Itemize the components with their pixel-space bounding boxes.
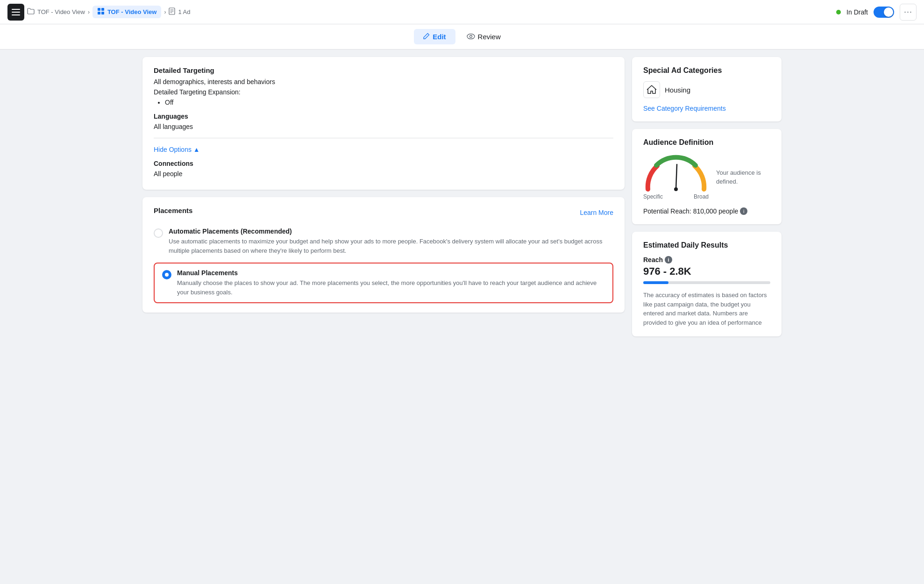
automatic-placement-desc: Use automatic placements to maximize you… [169,237,613,255]
reach-info-icon[interactable]: i [665,256,672,264]
gauge-wrapper: Specific Broad [643,154,709,200]
specific-label: Specific [643,193,663,200]
breadcrumb-separator-1: › [88,9,90,15]
eye-icon [467,33,475,41]
potential-reach: Potential Reach: 810,000 people i [643,207,770,215]
gauge-chart [643,154,709,192]
reach-label: Reach i [643,256,770,264]
draft-toggle[interactable] [874,7,894,18]
connections-title: Connections [154,160,613,167]
reach-bar-fill [643,281,668,284]
top-bar: TOF - Video View › TOF - Video View › [0,0,924,24]
potential-reach-value: 810,000 people [693,207,739,215]
estimated-results-card: Estimated Daily Results Reach i 976 - 2.… [632,232,782,336]
expansion-list: Off [154,99,613,106]
breadcrumb-item-3[interactable]: 1 Ad [169,7,190,16]
svg-rect-1 [101,8,104,11]
expansion-off: Off [165,99,613,106]
housing-text: Housing [665,86,690,94]
breadcrumb-item-1[interactable]: TOF - Video View [27,8,85,16]
expansion-label: Detailed Targeting Expansion: [154,88,613,96]
special-ad-categories-card: Special Ad Categories Housing See Catego… [632,57,782,121]
estimated-desc: The accuracy of estimates is based on fa… [643,291,770,327]
reach-bar [643,281,770,284]
automatic-placement-radio[interactable] [154,228,163,238]
top-bar-right: In Draft ··· [836,4,917,21]
status-dot [836,10,841,14]
grid-icon [97,7,105,16]
detailed-targeting-title: Detailed Targeting [154,66,613,74]
breadcrumb-separator-2: › [164,9,166,15]
audience-definition-card: Audience Definition [632,129,782,224]
breadcrumb-label-3: 1 Ad [178,8,190,15]
svg-point-9 [469,36,472,38]
automatic-placement-title: Automatic Placements (Recommended) [169,228,613,235]
hide-options-link[interactable]: Hide Options ▲ [154,146,200,153]
learn-more-link[interactable]: Learn More [580,209,613,216]
gauge-labels: Specific Broad [643,193,709,200]
svg-point-8 [467,34,475,39]
potential-reach-label: Potential Reach: [643,207,691,215]
automatic-placement-content: Automatic Placements (Recommended) Use a… [169,228,613,255]
demographics-text: All demographics, interests and behavior… [154,78,613,85]
audience-def-title: Audience Definition [643,138,770,147]
review-label: Review [478,33,501,41]
folder-icon [27,8,35,16]
right-panel: Special Ad Categories Housing See Catego… [632,57,782,336]
status-text: In Draft [846,8,868,16]
svg-rect-3 [101,12,104,14]
svg-rect-0 [98,8,100,11]
toggle-knob [884,7,893,17]
pencil-icon [423,33,430,41]
manual-placement-box[interactable]: Manual Placements Manually choose the pl… [154,263,613,303]
manual-placement-title: Manual Placements [177,269,605,277]
placements-header: Placements Learn More [154,207,613,218]
automatic-placement-option: Automatic Placements (Recommended) Use a… [154,228,613,255]
manual-placement-radio[interactable] [162,270,171,279]
special-ad-header: Special Ad Categories [643,66,770,75]
sidebar-toggle-button[interactable] [7,4,24,21]
house-icon [643,81,660,98]
edit-review-bar: Edit Review [0,24,924,50]
breadcrumb-area: TOF - Video View › TOF - Video View › [7,4,832,21]
manual-placement-desc: Manually choose the places to show your … [177,278,605,297]
left-panel: Detailed Targeting All demographics, int… [142,57,625,336]
audience-defined-text: Your audience is defined. [716,168,770,186]
svg-rect-2 [98,12,100,14]
estimated-results-title: Estimated Daily Results [643,241,770,249]
housing-row: Housing [643,81,770,98]
main-content: Detailed Targeting All demographics, int… [135,50,789,344]
more-options-button[interactable]: ··· [900,4,917,21]
divider [154,138,613,138]
svg-point-11 [674,187,678,191]
breadcrumb-label-1: TOF - Video View [37,8,85,15]
targeting-card: Detailed Targeting All demographics, int… [142,57,625,190]
see-category-requirements-link[interactable]: See Category Requirements [643,105,726,112]
connections-value: All people [154,170,613,178]
languages-value: All languages [154,123,613,130]
breadcrumb-item-2[interactable]: TOF - Video View [92,6,161,18]
potential-reach-info-icon[interactable]: i [740,207,747,215]
edit-button[interactable]: Edit [414,29,455,44]
edit-label: Edit [433,33,446,41]
broad-label: Broad [694,193,709,200]
placements-title: Placements [154,207,192,214]
more-dots-icon: ··· [904,7,912,17]
svg-line-10 [676,164,677,189]
reach-range: 976 - 2.8K [643,265,770,278]
review-button[interactable]: Review [457,29,510,44]
audience-gauge-row: Specific Broad Your audience is defined. [643,154,770,200]
languages-title: Languages [154,113,613,120]
breadcrumb-label-2: TOF - Video View [107,8,156,15]
placements-card: Placements Learn More Automatic Placemen… [142,197,625,313]
manual-placement-content: Manual Placements Manually choose the pl… [177,269,605,297]
doc-icon [169,7,175,16]
